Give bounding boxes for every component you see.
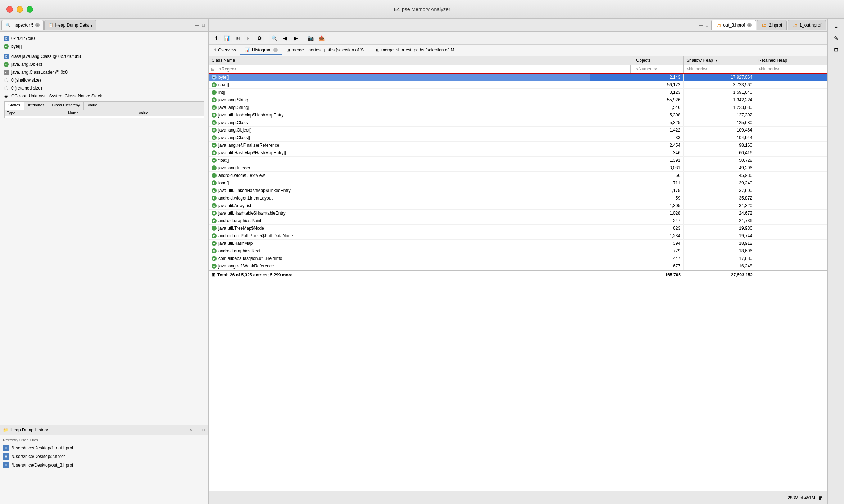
class-icon: L (212, 196, 217, 201)
heap-dump-details-tab[interactable]: 📋 Heap Dump Details (44, 20, 96, 30)
inspector-tab-close[interactable]: × (35, 23, 40, 27)
histogram-row-class[interactable]: C java.lang.Class 5,325 125,680 (209, 119, 827, 127)
side-icon-btn-1[interactable]: ≡ (830, 22, 842, 32)
left-tab-bar: 🔍 Inspector 5 × 📋 Heap Dump Details — □ (0, 19, 208, 32)
nav-fwd-btn[interactable]: ▶ (291, 34, 300, 42)
retained-cell (755, 81, 827, 88)
histogram-row-objectarr[interactable]: O java.lang.Object[] 1,422 109,464 (209, 127, 827, 134)
histogram-btn[interactable]: 📊 (222, 34, 232, 42)
thread-btn[interactable]: ⊡ (244, 34, 253, 42)
classname-cell: S java.lang.String[] (209, 104, 633, 111)
heap-tab-out3[interactable]: 🗂 out_3.hprof × (711, 20, 756, 30)
histogram-tab[interactable]: 📊 Histogram × (240, 46, 282, 55)
col-header-classname[interactable]: Class Name (209, 56, 633, 65)
histogram-row-byte[interactable]: B byte[] 2,143 17,927,064 (209, 74, 827, 81)
recently-used-label: Recently Used Files (3, 437, 205, 444)
attributes-tab[interactable]: Attributes (24, 102, 48, 110)
right-minimize[interactable]: — (698, 22, 704, 28)
histogram-row-finalizer[interactable]: F java.lang.ref.FinalizerReference 2,454… (209, 142, 827, 149)
panel-minimize-btn[interactable]: — (194, 22, 200, 28)
inspector-tabs: Statics Attributes Class Hierarchy Value… (5, 102, 204, 110)
classname-cell: F com.alibaba.fastjson.util.FieldInfo (209, 255, 633, 262)
histogram-row-hashmapentryarr[interactable]: H java.util.HashMap$HashMapEntry[] 346 6… (209, 149, 827, 157)
heap-history-maximize[interactable]: □ (201, 427, 205, 433)
inspector-tab-label: Inspector 5 (12, 23, 33, 28)
statics-tab[interactable]: Statics (5, 102, 24, 110)
classname-label: Class Name (212, 58, 235, 63)
snapshot-btn[interactable]: 📷 (306, 34, 315, 42)
value-tab[interactable]: Value (84, 102, 101, 110)
close-button[interactable] (6, 6, 13, 13)
export-btn[interactable]: 📤 (317, 34, 326, 42)
class-icon: C (212, 120, 217, 125)
classname-cell: F java.lang.ref.FinalizerReference (209, 142, 633, 149)
classname-cell: L android.widget.LinearLayout (209, 194, 633, 202)
histogram-row-treemap[interactable]: T java.util.TreeMap$Node 623 19,936 (209, 225, 827, 232)
heap-file-item-2[interactable]: H /Users/nice/Desktop/2.hprof (3, 452, 205, 461)
merge-paths-m-tab[interactable]: ⊞ merge_shortest_paths [selection of 'M.… (372, 46, 462, 55)
side-icon-btn-3[interactable]: ⊞ (830, 45, 842, 55)
merge-paths-s-tab[interactable]: ⊞ merge_shortest_paths [selection of 'S.… (282, 46, 372, 55)
nav-back-btn[interactable]: ◀ (280, 34, 290, 42)
histogram-row-fieldinfo[interactable]: F com.alibaba.fastjson.util.FieldInfo 44… (209, 255, 827, 262)
minimize-button[interactable] (17, 6, 23, 13)
heap-file-item-3[interactable]: H /Users/nice/Desktop/out_3.hprof (3, 461, 205, 469)
inspector-panel: C 0x70477ca0 B byte[] C class java.lang.… (0, 32, 208, 425)
histogram-row-string[interactable]: S java.lang.String 55,926 1,342,224 (209, 96, 827, 104)
histogram-row-classarr[interactable]: C java.lang.Class[] 33 104,944 (209, 134, 827, 142)
heap-history-close[interactable]: × (189, 427, 193, 433)
histogram-row-pathdata[interactable]: P android.util.PathParser$PathDataNode 1… (209, 232, 827, 240)
left-panel: 🔍 Inspector 5 × 📋 Heap Dump Details — □ … (0, 19, 209, 504)
classname-cell: R android.graphics.Rect (209, 247, 633, 255)
heap-tab-2[interactable]: 🗂 2.hprof (757, 20, 787, 30)
histogram-row-linkedentry[interactable]: L java.util.LinkedHashMap$LinkedEntry 1,… (209, 187, 827, 194)
histogram-row-hashtable[interactable]: H java.util.Hashtable$HashtableEntry 1,0… (209, 210, 827, 217)
histogram-tab-close[interactable]: × (273, 48, 278, 52)
col-header-objects[interactable]: Objects (633, 56, 684, 65)
overview-tab[interactable]: ℹ Overview (210, 46, 240, 55)
histogram-row-paint[interactable]: P android.graphics.Paint 247 21,736 (209, 217, 827, 225)
dominator-btn[interactable]: ⊞ (233, 34, 242, 42)
histogram-row-weakref[interactable]: W java.lang.ref.WeakReference 677 16,248 (209, 262, 827, 270)
heap-file-item-1[interactable]: H /Users/nice/Desktop/1_out.hprof (3, 444, 205, 452)
window-controls[interactable] (6, 6, 33, 13)
histogram-row-hashmap[interactable]: H java.util.HashMap 394 18,912 (209, 240, 827, 247)
size-icon: ⬡ (3, 77, 9, 83)
histogram-row-hashmapentry[interactable]: H java.util.HashMap$HashMapEntry 5,308 1… (209, 111, 827, 119)
histogram-row-textview[interactable]: T android.widget.TextView 66 45,936 (209, 172, 827, 179)
details-maximize[interactable]: □ (198, 102, 202, 109)
inspector-tab[interactable]: 🔍 Inspector 5 × (1, 20, 44, 30)
class-hierarchy-tab[interactable]: Class Hierarchy (48, 102, 84, 110)
histogram-row-rect[interactable]: R android.graphics.Rect 779 18,696 (209, 247, 827, 255)
find-btn[interactable]: 🔍 (269, 34, 279, 42)
classname-cell: C java.lang.Class[] (209, 134, 633, 141)
class-icon: S (212, 97, 217, 102)
info-btn[interactable]: ℹ (212, 34, 221, 42)
histogram-row-int[interactable]: I int[] 3,123 1,591,640 (209, 89, 827, 96)
maximize-button[interactable] (27, 6, 33, 13)
class-filter-input[interactable] (216, 65, 631, 73)
oql-btn[interactable]: ⚙ (255, 34, 264, 42)
heap-file-icon: H (3, 462, 9, 468)
histogram-row-integer[interactable]: I java.lang.Integer 3,081 49,296 (209, 164, 827, 172)
heap-history-minimize[interactable]: — (194, 427, 200, 433)
right-maximize[interactable]: □ (705, 22, 709, 28)
col-header-shallow[interactable]: Shallow Heap ▼ (684, 56, 755, 65)
histogram-row-arraylist[interactable]: A java.util.ArrayList 1,305 31,320 (209, 202, 827, 210)
classname-cell: C char[] (209, 81, 633, 88)
panel-maximize-btn[interactable]: □ (201, 22, 205, 28)
histogram-row-float[interactable]: F float[] 1,391 50,728 (209, 157, 827, 164)
classname-cell: L long[] (209, 179, 633, 187)
garbage-icon[interactable]: 🗑 (818, 495, 823, 501)
heap-tab-1out[interactable]: 🗂 1_out.hprof (788, 20, 826, 30)
classname-cell: T android.widget.TextView (209, 172, 633, 179)
histogram-row-long[interactable]: L long[] 711 39,240 (209, 179, 827, 187)
col-header-retained[interactable]: Retained Heap (755, 56, 827, 65)
histogram-row-linearlayout[interactable]: L android.widget.LinearLayout 59 35,872 (209, 194, 827, 202)
heap-file-path-1: /Users/nice/Desktop/1_out.hprof (12, 445, 73, 450)
histogram-row-char[interactable]: C char[] 56,172 3,723,560 (209, 81, 827, 89)
heap-tab-close-out3[interactable]: × (747, 23, 752, 27)
side-icon-btn-2[interactable]: ✎ (830, 33, 842, 43)
histogram-row-stringarr[interactable]: S java.lang.String[] 1,546 1,223,680 (209, 104, 827, 111)
details-minimize[interactable]: — (191, 102, 197, 109)
